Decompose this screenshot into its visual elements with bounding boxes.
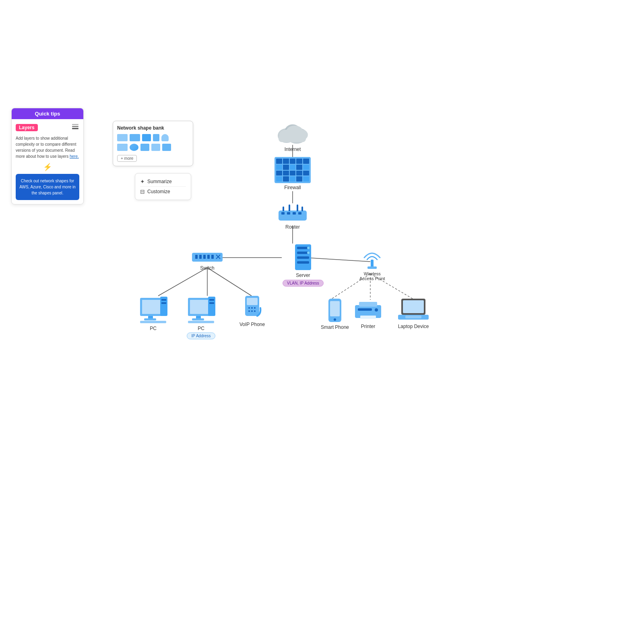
shape-item-switch[interactable] bbox=[117, 134, 128, 141]
quick-tips-body-text: Add layers to show additional complexity… bbox=[16, 135, 79, 159]
tips-arrow: ⚡ bbox=[16, 163, 79, 171]
customize-label: Customize bbox=[147, 189, 170, 194]
pc2-label: PC bbox=[198, 326, 204, 331]
svg-rect-79 bbox=[358, 308, 372, 311]
svg-rect-24 bbox=[287, 212, 290, 215]
shape-item-laptop[interactable] bbox=[117, 144, 128, 151]
wap-label: Wireless Access Point bbox=[359, 271, 385, 281]
svg-point-78 bbox=[375, 308, 378, 312]
svg-line-10 bbox=[207, 268, 252, 296]
svg-rect-21 bbox=[279, 135, 306, 142]
shape-item-printer[interactable] bbox=[151, 144, 160, 151]
svg-rect-30 bbox=[301, 206, 303, 211]
shape-item-pc[interactable] bbox=[153, 134, 159, 141]
summarize-label: Summarize bbox=[147, 179, 172, 184]
switch-label: Switch bbox=[200, 265, 214, 271]
svg-rect-54 bbox=[144, 318, 156, 320]
svg-rect-0 bbox=[72, 128, 78, 129]
svg-rect-43 bbox=[211, 255, 214, 259]
svg-rect-55 bbox=[140, 321, 166, 323]
firewall-node[interactable]: Firewall bbox=[275, 157, 311, 190]
pc1-node[interactable]: PC bbox=[138, 296, 168, 331]
internet-label: Internet bbox=[285, 147, 301, 152]
svg-rect-83 bbox=[405, 316, 421, 318]
cloud-icon bbox=[275, 119, 311, 145]
svg-rect-40 bbox=[199, 255, 202, 259]
svg-rect-51 bbox=[161, 299, 166, 301]
svg-point-67 bbox=[251, 307, 253, 309]
smartphone-label: Smart Phone bbox=[321, 324, 349, 330]
router-icon bbox=[277, 203, 309, 223]
customize-button[interactable]: ⊟ Customize bbox=[140, 187, 186, 196]
layers-badge[interactable]: Layers bbox=[16, 124, 38, 131]
quick-tips-panel: Quick tips Layers Add layers to show add… bbox=[11, 108, 84, 204]
svg-rect-73 bbox=[330, 301, 340, 316]
svg-rect-23 bbox=[281, 212, 285, 215]
smartphone-icon bbox=[327, 298, 343, 323]
shape-bank-row-2 bbox=[117, 144, 189, 151]
svg-rect-52 bbox=[161, 302, 166, 304]
svg-rect-42 bbox=[207, 255, 210, 259]
svg-rect-39 bbox=[195, 255, 198, 259]
layers-icon bbox=[71, 123, 79, 132]
quick-tips-title: Quick tips bbox=[12, 108, 83, 119]
printer-node[interactable]: Printer bbox=[353, 298, 383, 329]
firewall-icon bbox=[275, 157, 311, 183]
svg-rect-59 bbox=[209, 299, 214, 301]
pc1-icon bbox=[138, 296, 168, 324]
shape-item-firewall[interactable] bbox=[140, 144, 149, 151]
printer-icon bbox=[353, 298, 383, 322]
svg-rect-41 bbox=[203, 255, 206, 259]
shape-bank-panel: Network shape bank + more bbox=[113, 121, 193, 166]
action-panel: ✦ Summarize ⊟ Customize bbox=[135, 173, 191, 200]
voip-node[interactable]: VoIP Phone bbox=[239, 294, 265, 327]
shape-item-router[interactable] bbox=[130, 134, 140, 141]
svg-rect-34 bbox=[297, 256, 309, 259]
router-node[interactable]: Router bbox=[277, 203, 309, 230]
wap-node[interactable]: Wireless Access Point bbox=[359, 246, 385, 281]
shape-bank-row-1 bbox=[117, 134, 189, 141]
svg-rect-81 bbox=[403, 300, 424, 313]
svg-rect-29 bbox=[297, 204, 298, 211]
svg-rect-63 bbox=[188, 321, 214, 323]
svg-rect-2 bbox=[72, 124, 78, 125]
svg-rect-62 bbox=[192, 318, 204, 320]
pc1-label: PC bbox=[150, 326, 157, 331]
switch-node[interactable]: Switch bbox=[191, 250, 223, 271]
svg-rect-77 bbox=[360, 316, 376, 319]
quick-tips-link[interactable]: here. bbox=[70, 154, 79, 159]
printer-label: Printer bbox=[361, 324, 375, 329]
svg-rect-27 bbox=[283, 206, 284, 211]
laptop-node[interactable]: Laptop Device bbox=[397, 298, 429, 329]
internet-node[interactable]: Internet bbox=[275, 119, 311, 152]
svg-rect-65 bbox=[247, 298, 258, 305]
router-label: Router bbox=[285, 224, 300, 230]
shape-item-server[interactable] bbox=[142, 134, 151, 141]
firewall-label: Firewall bbox=[284, 185, 301, 190]
svg-point-70 bbox=[251, 310, 253, 312]
svg-point-74 bbox=[334, 318, 336, 321]
shape-bank-title: Network shape bank bbox=[117, 125, 189, 131]
switch-icon bbox=[191, 250, 223, 264]
svg-rect-26 bbox=[298, 212, 301, 215]
wap-icon bbox=[361, 246, 383, 270]
svg-rect-28 bbox=[289, 204, 290, 211]
server-icon bbox=[293, 244, 313, 271]
svg-rect-47 bbox=[367, 266, 377, 269]
svg-rect-1 bbox=[72, 126, 78, 127]
shape-item-internet[interactable] bbox=[130, 144, 138, 151]
tips-blue-box: Check out network shapes for AWS, Azure,… bbox=[16, 174, 79, 200]
laptop-icon bbox=[397, 298, 429, 322]
shape-item-wap[interactable] bbox=[161, 134, 169, 141]
summarize-button[interactable]: ✦ Summarize bbox=[140, 177, 186, 187]
pc2-node[interactable]: PC IP Address bbox=[186, 296, 216, 339]
svg-point-69 bbox=[248, 310, 250, 312]
svg-point-36 bbox=[307, 247, 310, 249]
smartphone-node[interactable]: Smart Phone bbox=[321, 298, 349, 330]
pc2-icon bbox=[186, 296, 216, 324]
server-node[interactable]: Server VLAN, IP Address bbox=[283, 244, 324, 287]
shape-item-other[interactable] bbox=[162, 144, 171, 151]
shape-bank-more-button[interactable]: + more bbox=[117, 155, 137, 162]
svg-point-71 bbox=[254, 310, 256, 312]
svg-line-8 bbox=[158, 268, 207, 296]
